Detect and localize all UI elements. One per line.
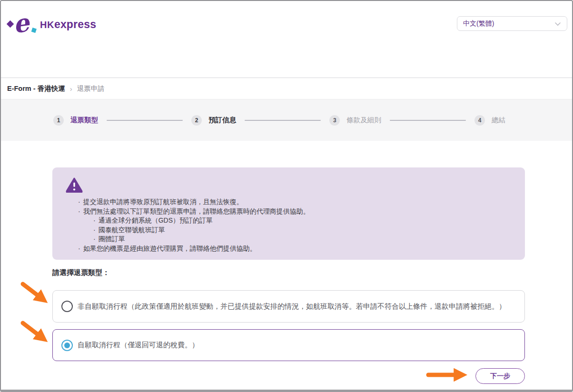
bullet-icon: · xyxy=(93,216,96,225)
warning-triangle-icon xyxy=(66,186,83,194)
notice-item-text: 提交退款申請將導致原預訂航班被取消，且無法恢復。 xyxy=(83,197,243,207)
notice-item-text: 國泰航空聯號航班訂單 xyxy=(99,225,165,235)
stepper: 1 退票類型 2 預訂信息 3 條款及細則 4 總結 xyxy=(1,99,572,141)
step-terms: 3 條款及細則 xyxy=(329,115,381,126)
notice-item: ·提交退款申請將導致原預訂航班被取消，且無法恢復。 xyxy=(78,197,511,207)
step-summary: 4 總結 xyxy=(474,115,505,126)
breadcrumb-current: 退票申請 xyxy=(77,84,105,93)
step-booking-info: 2 預訂信息 xyxy=(191,115,236,126)
bullet-icon: · xyxy=(93,235,96,244)
refund-type-prompt: 請選擇退票類型： xyxy=(52,268,525,279)
hkexpress-logo[interactable]: e HKexpress xyxy=(7,10,96,39)
step-label: 條款及細則 xyxy=(346,116,381,125)
option-label: 非自願取消行程（此政策僅適用於航班變動，并已提供提款安排的情況，如航班取消等。若… xyxy=(78,302,506,311)
radio-option-involuntary[interactable]: 非自願取消行程（此政策僅適用於航班變動，并已提供提款安排的情況，如航班取消等。若… xyxy=(52,290,525,323)
step-connector xyxy=(107,120,183,121)
warning-notice: ·提交退款申請將導致原預訂航班被取消，且無法恢復。 ·我們無法處理以下訂單類型的… xyxy=(52,167,525,260)
main-content: ·提交退款申請將導致原預訂航班被取消，且無法恢復。 ·我們無法處理以下訂單類型的… xyxy=(1,167,572,384)
radio-selected-icon[interactable] xyxy=(61,340,73,351)
bullet-icon: · xyxy=(93,225,96,235)
bullet-icon: · xyxy=(78,244,80,254)
notice-item-text: 團體訂單 xyxy=(99,235,125,244)
option-label: 自願取消行程（僅退回可退的稅費。） xyxy=(78,341,199,350)
notice-list: ·提交退款申請將導致原預訂航班被取消，且無法恢復。 ·我們無法處理以下訂單類型的… xyxy=(66,197,511,253)
step-number: 3 xyxy=(329,115,340,126)
notice-item: ·國泰航空聯號航班訂單 xyxy=(93,225,511,235)
step-label: 退票類型 xyxy=(70,116,98,125)
step-label: 預訂信息 xyxy=(208,116,236,125)
breadcrumb-separator-icon: › xyxy=(70,85,72,93)
notice-item: ·我們無法處理以下訂單類型的退票申請，請聯絡您購票時的代理商提供協助。 xyxy=(78,207,511,216)
notice-item: ·團體訂單 xyxy=(93,235,511,244)
chevron-down-icon xyxy=(554,20,561,28)
notice-item: ·如果您的機票是經由旅遊代理購買，請聯絡他們提供協助。 xyxy=(78,244,511,254)
next-button[interactable]: 下一步 xyxy=(475,368,525,384)
step-connector xyxy=(390,120,466,121)
step-refund-type: 1 退票類型 xyxy=(53,115,98,126)
notice-item: ·通過全球分銷系統（GDS）預訂的訂單 xyxy=(93,216,511,225)
page-frame: e HKexpress 中文(繁體) E-Form - 香港快運 › 退票申請 xyxy=(0,0,573,392)
radio-unselected-icon[interactable] xyxy=(61,301,73,312)
hkexpress-e-mark-icon: e xyxy=(7,10,39,39)
actions-row: 下一步 xyxy=(52,368,525,384)
notice-item-text: 我們無法處理以下訂單類型的退票申請，請聯絡您購票時的代理商提供協助。 xyxy=(83,207,310,216)
language-selector[interactable]: 中文(繁體) xyxy=(457,16,567,31)
step-number: 1 xyxy=(53,115,64,126)
language-selector-value: 中文(繁體) xyxy=(463,20,494,28)
brand-express: express xyxy=(54,18,96,31)
bullet-icon: · xyxy=(78,197,80,207)
brand-hk: HK xyxy=(40,20,54,30)
bullet-icon: · xyxy=(78,207,80,216)
step-number: 2 xyxy=(191,115,202,126)
notice-item-text: 如果您的機票是經由旅遊代理購買，請聯絡他們提供協助。 xyxy=(83,244,257,254)
breadcrumb: E-Form - 香港快運 › 退票申請 xyxy=(1,78,572,99)
svg-text:e: e xyxy=(11,10,32,37)
step-connector xyxy=(245,120,321,121)
breadcrumb-root[interactable]: E-Form - 香港快運 xyxy=(7,84,65,93)
header: e HKexpress 中文(繁體) xyxy=(1,1,572,78)
step-label: 總結 xyxy=(492,116,505,125)
step-number: 4 xyxy=(474,115,485,126)
radio-option-voluntary[interactable]: 自願取消行程（僅退回可退的稅費。） xyxy=(52,329,525,361)
notice-item-text: 通過全球分銷系統（GDS）預訂的訂單 xyxy=(99,216,213,225)
stepper-band: 1 退票類型 2 預訂信息 3 條款及細則 4 總結 xyxy=(1,99,572,141)
brand-wordmark: HKexpress xyxy=(40,18,96,31)
